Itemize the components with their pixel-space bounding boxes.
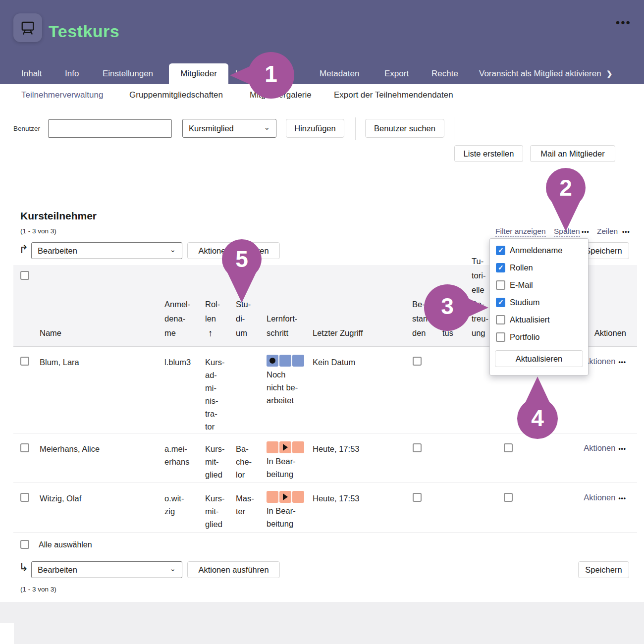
in-progress-play-icon — [283, 444, 288, 451]
menu-item-portfolio[interactable]: Portfolio — [496, 332, 540, 342]
row-actions-link[interactable]: Aktionen••• — [584, 493, 626, 502]
menu-item-aktualisiert[interactable]: Aktualisiert — [496, 315, 550, 324]
more-options-icon[interactable]: ••• — [616, 16, 631, 30]
execute-actions-button-bottom[interactable]: Aktionen ausführen — [187, 561, 280, 578]
progress-step-icon — [267, 441, 278, 453]
progress-step-icon — [292, 491, 304, 503]
tab-export[interactable]: Export — [384, 69, 409, 79]
checkbox[interactable] — [496, 263, 505, 272]
select-all-label: Alle auswählen — [39, 540, 92, 549]
learning-progress-indicator: In Bear- beitung — [267, 441, 311, 481]
tutoring-checkbox[interactable] — [504, 443, 513, 452]
tab-einstellungen[interactable]: Einstellungen — [103, 69, 153, 79]
mail-members-button[interactable]: Mail an Mitglieder — [530, 145, 615, 162]
menu-item-label: Aktualisiert — [510, 315, 550, 324]
save-button-bottom[interactable]: Speichern — [578, 561, 629, 578]
passed-checkbox[interactable] — [413, 493, 422, 502]
update-columns-button[interactable]: Aktualisieren — [495, 350, 583, 367]
progress-step-icon — [267, 355, 278, 367]
checkbox[interactable] — [496, 298, 505, 307]
role-select-value: Kursmitglied — [189, 124, 234, 133]
member-login: l.blum3 — [164, 356, 191, 369]
menu-item-studium[interactable]: Studium — [496, 298, 540, 307]
select-all-header-checkbox[interactable] — [20, 271, 29, 280]
create-list-button[interactable]: Liste erstellen — [454, 145, 523, 162]
result-count-top: (1 - 3 von 3) — [20, 227, 56, 235]
member-studium: Mas- ter — [236, 492, 254, 518]
tab-metadaten[interactable]: Metadaten — [320, 69, 359, 79]
menu-item-rollen[interactable]: Rollen — [496, 263, 533, 272]
col-header-lernfortschritt[interactable]: Lernfort- schritt — [267, 312, 297, 340]
batch-action-select-top[interactable]: Bearbeiten ⌄ — [31, 242, 182, 259]
search-users-button[interactable]: Benutzer suchen — [365, 119, 444, 138]
row-actions-link[interactable]: Aktionen••• — [584, 357, 626, 366]
rows-link[interactable]: Zeilen — [597, 227, 618, 236]
menu-item-anmeldename[interactable]: Anmeldename — [496, 246, 562, 255]
marker-number: 5 — [222, 246, 262, 272]
user-field-label: Benutzer — [13, 125, 40, 132]
batch-action-select-bottom[interactable]: Bearbeiten ⌄ — [31, 561, 182, 578]
col-header-letzter-zugriff[interactable]: Letzter Zugriff — [313, 326, 363, 340]
user-search-input[interactable] — [48, 119, 172, 138]
col-header-studium[interactable]: Stu- di- um — [236, 297, 251, 340]
add-button[interactable]: Hinzufügen — [286, 119, 344, 138]
chevron-right-icon: ❯ — [606, 69, 613, 78]
chevron-down-icon: ⌄ — [169, 564, 176, 573]
preview-as-member-link[interactable]: Voransicht als Mitglied aktivieren ❯ — [479, 69, 612, 79]
role-select[interactable]: Kursmitglied ⌄ — [182, 119, 276, 138]
tab-inhalt[interactable]: Inhalt — [21, 69, 42, 79]
preview-label: Voransicht als Mitglied aktivieren — [479, 69, 601, 79]
checkbox[interactable] — [496, 280, 505, 290]
col-header-name[interactable]: Name — [40, 326, 61, 340]
passed-checkbox[interactable] — [413, 357, 422, 366]
member-name: Meierhans, Alice — [40, 442, 100, 455]
course-title: Testkurs — [49, 22, 119, 41]
checkbox[interactable] — [496, 332, 505, 342]
progress-step-icon — [292, 355, 304, 367]
last-access: Heute, 17:53 — [313, 492, 360, 505]
menu-item-email[interactable]: E-Mail — [496, 280, 533, 290]
annotation-marker-4: 4 — [517, 376, 558, 439]
annotation-marker-1: 1 — [230, 52, 294, 99]
tab-mitglieder-active[interactable]: Mitglieder — [169, 63, 228, 84]
col-header-aktionen: Aktionen — [594, 326, 626, 340]
batch-select-value: Bearbeiten — [38, 246, 77, 256]
row-select-checkbox[interactable] — [20, 357, 29, 366]
learning-progress-indicator: Noch nicht be- arbeitet — [267, 355, 311, 407]
divider — [454, 117, 454, 140]
row-select-checkbox[interactable] — [20, 493, 29, 502]
progress-label: In Bear- beitung — [267, 504, 311, 530]
col-header-rollen[interactable]: Rol- len — [205, 297, 220, 326]
checkbox[interactable] — [496, 246, 505, 255]
annotation-marker-2: 2 — [546, 168, 586, 231]
col-header-anmeldename[interactable]: Anmel- dena- me — [164, 297, 190, 340]
last-access: Heute, 17:53 — [313, 442, 360, 455]
select-all-checkbox[interactable] — [20, 540, 29, 549]
sort-ascending-icon[interactable]: ↑ — [208, 326, 213, 340]
tutoring-checkbox[interactable] — [504, 493, 513, 502]
show-filter-link[interactable]: Filter anzeigen — [495, 227, 546, 237]
marker-number: 4 — [517, 405, 558, 431]
actions-more-icon: ••• — [618, 445, 626, 452]
row-select-checkbox[interactable] — [20, 443, 29, 452]
tab-info[interactable]: Info — [65, 69, 79, 79]
chevron-down-icon: ⌄ — [169, 245, 176, 254]
subnav-teilnehmerverwaltung[interactable]: Teilnehmerverwaltung — [21, 90, 103, 100]
progress-label: In Bear- beitung — [267, 455, 311, 481]
member-role: Kurs- ad- mi- nis- tra- tor — [205, 356, 224, 433]
in-progress-play-icon — [283, 493, 288, 500]
checkbox[interactable] — [496, 315, 505, 324]
subnav-gruppenmitgliedschaften[interactable]: Gruppenmitgliedschaften — [129, 90, 223, 100]
apply-to-selection-icon: ↱ — [19, 243, 28, 256]
rows-more-icon[interactable]: ••• — [622, 228, 630, 235]
chevron-down-icon: ⌄ — [264, 123, 270, 132]
row-actions-link[interactable]: Aktionen••• — [584, 443, 626, 453]
tab-rechte[interactable]: Rechte — [431, 69, 458, 79]
not-attempted-dot-icon — [269, 358, 275, 364]
menu-item-label: Studium — [510, 298, 540, 307]
last-access: Kein Datum — [313, 356, 355, 369]
apply-to-selection-icon: ↳ — [19, 561, 28, 574]
subnav-export-teilnehmendendaten[interactable]: Export der Teilnehmendendaten — [334, 90, 453, 100]
progress-step-icon — [279, 355, 291, 367]
passed-checkbox[interactable] — [413, 443, 422, 452]
